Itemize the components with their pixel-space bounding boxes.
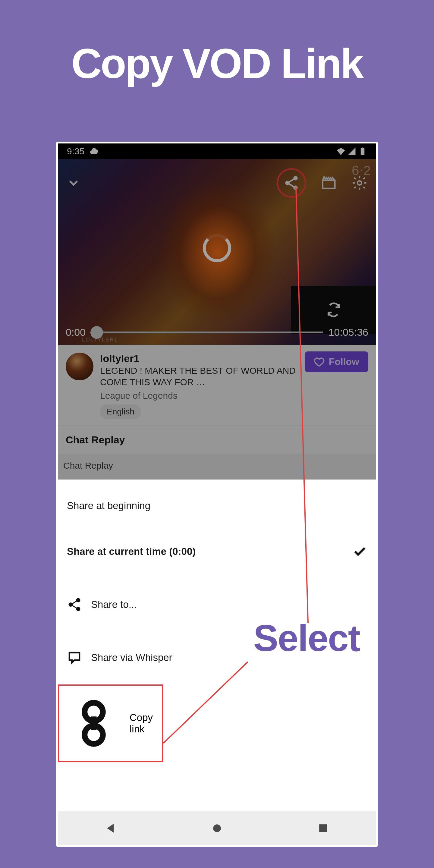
follow-button[interactable]: Follow bbox=[305, 351, 368, 372]
android-nav-bar bbox=[58, 811, 376, 845]
chat-replay-body: Chat Replay bbox=[58, 454, 376, 479]
chat-bubble-icon bbox=[67, 650, 82, 665]
option-label: Copy link bbox=[130, 712, 155, 735]
loading-spinner bbox=[203, 234, 231, 262]
seek-bar[interactable] bbox=[91, 332, 323, 333]
status-time: 9:35 bbox=[67, 146, 84, 156]
select-annotation-label: Select bbox=[253, 617, 360, 659]
chevron-down-icon[interactable] bbox=[66, 176, 81, 190]
video-player[interactable]: 6⋅2 bbox=[58, 159, 376, 345]
phone-frame: 9:35 6⋅2 bbox=[56, 142, 378, 847]
svg-rect-1 bbox=[362, 148, 364, 149]
svg-point-2 bbox=[294, 177, 297, 180]
svg-rect-13 bbox=[319, 824, 327, 832]
page-title: Copy VOD Link bbox=[0, 39, 434, 88]
signal-icon bbox=[347, 147, 356, 156]
gear-icon[interactable] bbox=[351, 175, 368, 191]
game-name[interactable]: League of Legends bbox=[100, 391, 314, 401]
share-icon bbox=[67, 597, 82, 612]
share-icon[interactable] bbox=[283, 175, 300, 191]
svg-point-4 bbox=[294, 186, 297, 189]
total-time: 10:05:36 bbox=[329, 327, 368, 338]
cloud-icon bbox=[89, 146, 99, 156]
battery-icon bbox=[358, 147, 367, 156]
check-icon bbox=[352, 544, 367, 559]
svg-point-3 bbox=[286, 181, 289, 184]
share-icon-highlight bbox=[277, 168, 306, 198]
svg-point-6 bbox=[358, 181, 362, 185]
clapperboard-icon[interactable] bbox=[321, 175, 337, 191]
svg-point-9 bbox=[76, 607, 80, 611]
current-time: 0:00 bbox=[66, 327, 86, 338]
svg-rect-0 bbox=[361, 148, 365, 155]
channel-avatar[interactable] bbox=[66, 352, 93, 380]
link-icon bbox=[66, 696, 121, 751]
copy-link-option[interactable]: Copy link bbox=[58, 684, 163, 762]
svg-rect-5 bbox=[323, 180, 335, 188]
share-at-current-time-option[interactable]: Share at current time (0:00) bbox=[58, 525, 376, 578]
stream-title: LEGEND ! MAKER THE BEST OF WORLD AND COM… bbox=[100, 365, 314, 388]
svg-point-12 bbox=[213, 824, 221, 832]
rotate-icon bbox=[326, 302, 341, 318]
option-label: Share at beginning bbox=[67, 500, 150, 512]
seek-thumb[interactable] bbox=[90, 326, 103, 339]
status-bar: 9:35 bbox=[58, 144, 376, 159]
dimmed-content: 9:35 6⋅2 bbox=[58, 144, 376, 479]
svg-point-7 bbox=[76, 598, 80, 602]
follow-label: Follow bbox=[329, 356, 359, 367]
channel-name[interactable]: loltyler1 bbox=[100, 352, 314, 364]
nav-home-icon[interactable] bbox=[210, 822, 224, 835]
option-label: Share to... bbox=[91, 599, 137, 610]
language-tag[interactable]: English bbox=[100, 404, 141, 419]
option-label: Share at current time (0:00) bbox=[67, 546, 195, 557]
nav-back-icon[interactable] bbox=[104, 822, 118, 835]
chat-replay-header: Chat Replay bbox=[58, 426, 376, 454]
nav-recents-icon[interactable] bbox=[316, 822, 330, 835]
wifi-icon bbox=[336, 147, 345, 156]
option-label: Share via Whisper bbox=[91, 652, 173, 663]
stream-info-panel: loltyler1 LEGEND ! MAKER THE BEST OF WOR… bbox=[58, 345, 376, 426]
svg-point-8 bbox=[69, 603, 72, 606]
heart-icon bbox=[314, 356, 324, 367]
share-at-beginning-option[interactable]: Share at beginning bbox=[58, 479, 376, 525]
